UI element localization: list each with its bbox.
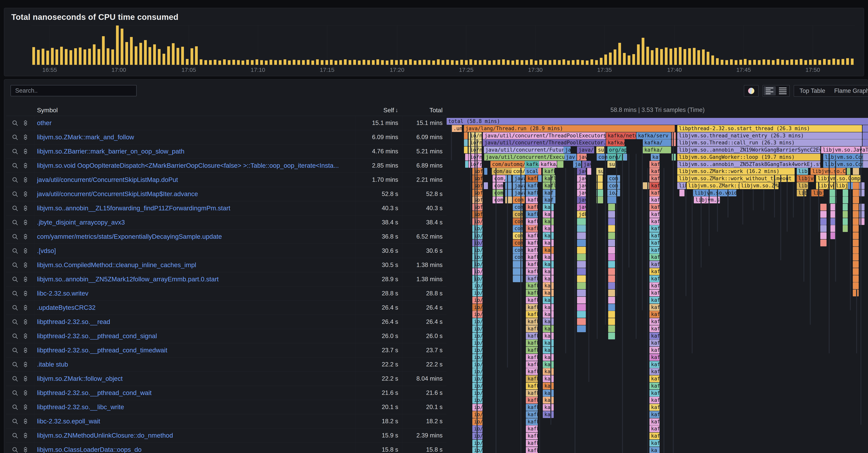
flame-block[interactable]: ka bbox=[543, 211, 554, 218]
flame-block[interactable]: ka bbox=[543, 247, 554, 254]
symbol-link[interactable]: libjvm.so.ZMark::mark_and_follow bbox=[37, 133, 134, 141]
search-icon[interactable] bbox=[12, 304, 18, 311]
flame-block[interactable] bbox=[853, 197, 859, 203]
flame-block[interactable]: kafk bbox=[526, 311, 538, 318]
flame-block[interactable]: kafk bbox=[526, 354, 538, 361]
flame-block[interactable]: libjvm.so.thread_native_entry (26.3 mins… bbox=[677, 132, 862, 139]
flame-block[interactable]: ka bbox=[543, 282, 554, 289]
flame-block[interactable]: ka bbox=[543, 297, 554, 303]
flame-block[interactable] bbox=[672, 132, 676, 139]
sandwich-view-icon[interactable] bbox=[22, 233, 29, 240]
flame-block[interactable] bbox=[679, 190, 684, 196]
flame-block[interactable]: kafk bbox=[526, 332, 538, 339]
flame-block[interactable]: java/util/concurrent/FutureT bbox=[484, 147, 564, 153]
flame-block[interactable]: kafk bbox=[526, 447, 538, 453]
flame-block[interactable]: ka bbox=[543, 268, 554, 275]
flame-block[interactable]: sun bbox=[596, 168, 603, 175]
flame-block[interactable]: libjvm.so.Comp bbox=[816, 175, 860, 182]
flame-block[interactable]: ka bbox=[543, 225, 554, 232]
flame-block[interactable]: libjvm.so.ZMark::work (16.2 mins) bbox=[677, 168, 795, 175]
search-icon[interactable] bbox=[12, 120, 18, 126]
flame-block[interactable]: kafka/r bbox=[606, 139, 624, 146]
flame-block[interactable] bbox=[464, 132, 468, 139]
flame-block[interactable] bbox=[820, 204, 827, 211]
flame-block[interactable]: kafka/ bbox=[643, 139, 671, 146]
symbol-link[interactable]: libjvm.so.ClassLoaderData::oops_do bbox=[37, 446, 142, 453]
flame-block[interactable] bbox=[853, 190, 859, 196]
symbol-link[interactable]: libjvm.so.ZNMethodUnlinkClosure::do_nmet… bbox=[37, 432, 173, 439]
flame-block[interactable]: sun bbox=[596, 147, 604, 153]
flame-block[interactable]: jav bbox=[573, 161, 581, 168]
flame-block[interactable] bbox=[577, 276, 586, 282]
flame-block[interactable]: kafk bbox=[651, 154, 660, 161]
flame-block[interactable] bbox=[608, 297, 615, 303]
flame-block[interactable]: java/util/concurrent/ThreadPoolExecutor.… bbox=[483, 139, 606, 146]
flame-block[interactable]: ka bbox=[543, 276, 554, 282]
flame-block[interactable] bbox=[863, 132, 868, 139]
search-input[interactable] bbox=[10, 85, 136, 96]
sandwich-view-icon[interactable] bbox=[22, 333, 29, 339]
sandwich-view-icon[interactable] bbox=[22, 390, 29, 396]
flame-block[interactable]: kafk bbox=[526, 232, 538, 239]
flame-block[interactable]: kaf bbox=[649, 276, 659, 282]
flame-block[interactable] bbox=[863, 139, 868, 146]
flame-block[interactable]: java/util/concurrent/ThreadPoolExecutor$… bbox=[483, 132, 606, 139]
flame-block[interactable]: kafka/ bbox=[643, 147, 671, 153]
flame-block[interactable]: java/u bbox=[577, 147, 594, 153]
flame-block[interactable]: ka bbox=[649, 447, 659, 453]
flame-block[interactable]: kafka/netwo bbox=[606, 132, 636, 139]
flame-block[interactable]: lib bbox=[677, 182, 686, 189]
flame-block[interactable]: kaf bbox=[649, 375, 659, 382]
search-icon[interactable] bbox=[12, 262, 18, 268]
flame-block[interactable]: java/util/concurrent/Executo bbox=[484, 154, 564, 161]
flame-block[interactable] bbox=[577, 225, 586, 232]
flame-block[interactable]: ka bbox=[543, 204, 554, 211]
flame-block[interactable]: ka bbox=[543, 254, 554, 261]
flame-block[interactable]: libpthread-2.32.so.start_thread (26.3 mi… bbox=[677, 125, 862, 132]
flame-block[interactable]: sun bbox=[608, 161, 615, 168]
symbol-link[interactable]: libpthread-2.32.so.__libc_write bbox=[37, 403, 124, 411]
flame-block[interactable] bbox=[853, 204, 859, 211]
flame-block[interactable]: kaf bbox=[649, 404, 659, 411]
flame-block[interactable]: ka bbox=[543, 404, 554, 411]
sandwich-view-icon[interactable] bbox=[22, 262, 29, 268]
search-icon[interactable] bbox=[12, 404, 18, 410]
sandwich-view-icon[interactable] bbox=[22, 361, 29, 368]
flame-block[interactable]: org/apa bbox=[608, 147, 626, 153]
flame-block[interactable]: kaf bbox=[649, 304, 659, 311]
sandwich-view-icon[interactable] bbox=[22, 191, 29, 197]
flame-block[interactable]: kaf bbox=[649, 161, 659, 168]
flame-block[interactable]: java bbox=[513, 190, 525, 196]
flame-block[interactable]: libjv bbox=[834, 182, 847, 189]
sandwich-view-icon[interactable] bbox=[22, 290, 29, 297]
symbol-link[interactable]: libjvm.so.ZBarrier::mark_barrier_on_oop_… bbox=[37, 148, 185, 155]
flame-block[interactable]: libjvm.so bbox=[694, 197, 720, 203]
sandwich-view-icon[interactable] bbox=[22, 319, 29, 325]
flame-block[interactable] bbox=[577, 254, 586, 261]
flame-block[interactable] bbox=[820, 239, 827, 246]
flame-block[interactable] bbox=[608, 247, 615, 254]
flame-block[interactable] bbox=[820, 211, 827, 218]
symbol-link[interactable]: .[vdso] bbox=[37, 247, 56, 254]
flame-block[interactable]: kaf bbox=[543, 190, 555, 196]
flame-block[interactable]: ka bbox=[543, 311, 554, 318]
flame-block[interactable]: kafk bbox=[526, 276, 538, 282]
flame-block[interactable]: kafk bbox=[526, 225, 538, 232]
flame-block[interactable]: kafk bbox=[526, 218, 538, 225]
sandwich-view-icon[interactable] bbox=[22, 347, 29, 354]
sandwich-view-icon[interactable] bbox=[22, 304, 29, 311]
flame-block[interactable]: jav bbox=[577, 182, 586, 189]
flame-block[interactable]: kaf bbox=[649, 397, 659, 403]
symbol-link[interactable]: libpthread-2.32.so.__pthread_cond_signal bbox=[37, 332, 157, 339]
search-icon[interactable] bbox=[12, 248, 18, 254]
flame-block[interactable]: total (58.8 mins) bbox=[447, 118, 868, 125]
flame-block[interactable]: ka bbox=[543, 397, 554, 403]
symbol-link[interactable]: libpthread-2.32.so.__pthread_cond_wait bbox=[37, 389, 152, 396]
flame-block[interactable] bbox=[608, 254, 615, 261]
sandwich-view-icon[interactable] bbox=[22, 134, 29, 140]
sandwich-view-icon[interactable] bbox=[22, 162, 29, 169]
flame-block[interactable] bbox=[577, 239, 586, 246]
flame-block[interactable]: jav bbox=[577, 168, 586, 175]
flame-block[interactable]: kafk bbox=[526, 211, 538, 218]
flame-block[interactable]: kafk bbox=[526, 190, 538, 196]
